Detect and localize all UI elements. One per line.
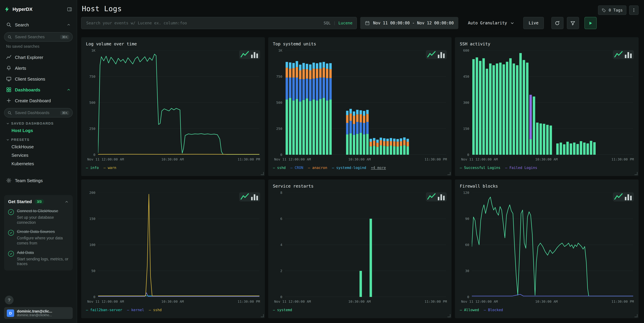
line-chart-button[interactable] [427,193,436,200]
brand: HyperDX [4,4,73,15]
sidebar-dashboard-services[interactable]: Services [4,151,73,159]
granularity-dropdown[interactable]: Auto Granularity [464,17,518,29]
bar-chart-button[interactable] [624,51,633,58]
y-axis-tick: 450 [460,75,469,78]
bar-chart-button[interactable] [624,193,633,200]
sidebar-item-chart-explorer[interactable]: Chart Explorer [4,52,73,62]
line-chart-button[interactable] [614,51,623,58]
sql-toggle[interactable]: SQL [324,21,330,25]
y-axis-tick: 600 [460,49,469,52]
legend-item-anacron[interactable]: — anacron [308,166,327,170]
sidebar-dashboard-host-logs[interactable]: Host Logs [4,126,73,135]
bar-chart-button[interactable] [250,51,259,58]
chart-type-toggle [239,192,260,201]
date-range-picker[interactable]: Nov 11 00:00:00 - Nov 12 00:00:00 [360,17,458,29]
lucene-toggle[interactable]: Lucene [338,21,352,25]
line-chart-button[interactable] [614,193,623,200]
resize-handle[interactable] [260,172,264,175]
get-started-step[interactable]: Connect to ClickHouseSet up your databas… [8,209,69,225]
chart-x-axis: Nov 11 12:00:00 AM10:30:00 AM11:30:00 PM [285,300,447,304]
legend-item-systemd[interactable]: — systemd [273,308,292,312]
sidebar-item-label: Chart Explorer [15,55,43,60]
run-query-button[interactable] [584,17,597,29]
live-button[interactable]: Live [523,17,544,29]
query-language-toggle: SQL | Lucene [324,21,352,25]
line-chart-button[interactable] [240,193,249,200]
page-header: Host Logs 0 Tags [81,4,638,17]
sidebar-nav: Chart ExplorerAlertsClient SessionsDashb… [4,52,73,95]
legend-item-blocked[interactable]: — Blocked [484,308,503,312]
bar-chart-button[interactable] [437,193,446,200]
sidebar-dashboard-kubernetes[interactable]: Kubernetes [4,159,73,168]
get-started-header[interactable]: Get Started 3/3 [8,199,69,204]
create-dashboard-button[interactable]: Create Dashboard [4,96,73,106]
chart-type-toggle [613,192,634,201]
sidebar-dashboard-clickhouse[interactable]: ClickHouse [4,143,73,151]
resize-handle[interactable] [634,314,638,317]
legend-item-failed-logins[interactable]: — Failed Logins [505,166,537,170]
resize-handle[interactable] [448,314,451,317]
x-axis-tick: Nov 11 12:00:00 AM [87,157,124,161]
bar-chart-button[interactable] [437,51,446,58]
viewport: HyperDX Search ⌘K No saved searches Char… [0,0,644,323]
saved-dashboards-input[interactable] [14,110,58,115]
bar-chart-button[interactable] [250,193,259,200]
collapse-sidebar-button[interactable] [66,6,73,12]
y-axis-tick: 90 [460,217,469,221]
chart-type-toggle [426,192,447,201]
step-title: Connect to ClickHouse [17,209,69,214]
sidebar-item-search[interactable]: Search [4,20,73,30]
legend-item-fail2ban-server[interactable]: — fail2ban-server [86,308,122,312]
charts-grid: Log volume over time02505007501KNov 11 1… [81,37,638,318]
resize-handle[interactable] [634,172,638,175]
legend-item-successful-logins[interactable]: — Successful Logins [460,166,500,170]
sidebar-item-team-settings[interactable]: Team Settings [4,175,73,186]
group-header-saved-dashboards[interactable]: SAVED DASHBOARDS [4,119,73,126]
step-body: Add DataStart sending logs, metrics, or … [17,250,69,267]
y-axis-tick: 750 [86,75,96,78]
resize-handle[interactable] [448,172,451,175]
group-header-presets[interactable]: PRESETS [4,135,73,143]
tags-button[interactable]: 0 Tags [598,6,626,15]
legend-item-warn[interactable]: — warn [104,166,116,170]
sidebar-item-alerts[interactable]: Alerts [4,63,73,73]
help-button[interactable]: ? [5,295,14,304]
line-chart-button[interactable] [240,51,249,58]
refresh-button[interactable] [551,17,564,29]
chart-x-axis: Nov 11 12:00:00 AM10:30:00 AM11:30:00 PM [98,157,260,162]
filter-button[interactable] [567,17,579,29]
step-description: Set up your database connection [17,215,69,225]
legend-item-systemd-logind[interactable]: — systemd-logind [332,166,366,170]
user-email: dominic.tran@clickho... [17,313,52,317]
legend-more-link[interactable]: +4 more [371,166,386,170]
get-started-step[interactable]: Add DataStart sending logs, metrics, or … [8,250,69,267]
line-chart-button[interactable] [427,51,436,58]
saved-searches-searchbox[interactable]: ⌘K [4,32,73,42]
saved-searches-input[interactable] [14,34,58,40]
user-menu[interactable]: D dominic.tran@clic... dominic.tran@clic… [4,307,73,319]
event-search-input[interactable] [86,20,320,26]
saved-dashboards-searchbox[interactable]: ⌘K [4,108,73,118]
dashboard-menu-button[interactable] [629,6,638,15]
event-searchbox[interactable]: SQL | Lucene [81,17,357,29]
legend-item-kernel[interactable]: — kernel [127,308,144,312]
legend-item-info[interactable]: — info [86,166,99,170]
x-axis-tick: 11:30:00 PM [612,157,634,161]
filter-icon [570,21,576,26]
y-axis-tick: 0 [460,153,469,157]
step-title: Create Data Sources [17,229,69,235]
y-axis-tick: 2 [273,269,282,273]
sidebar-item-dashboards[interactable]: Dashboards [4,85,73,95]
y-axis-tick: 0 [273,153,282,157]
y-axis-tick: 60 [460,243,469,247]
chart-plot-area [98,193,259,297]
chart-x-axis: Nov 11 12:00:00 AM10:30:00 AM11:30:00 PM [285,157,447,162]
resize-handle[interactable] [260,314,264,317]
legend-item-sshd[interactable]: — sshd [273,166,286,170]
sidebar-item-label: Dashboards [15,87,40,92]
legend-item-cron[interactable]: — CRON [290,166,303,170]
legend-item-sshd[interactable]: — sshd [149,308,162,312]
sidebar-item-client-sessions[interactable]: Client Sessions [4,74,73,84]
legend-item-allowed[interactable]: — Allowed [460,308,479,312]
get-started-step[interactable]: Create Data SourcesConfigure where your … [8,229,69,246]
